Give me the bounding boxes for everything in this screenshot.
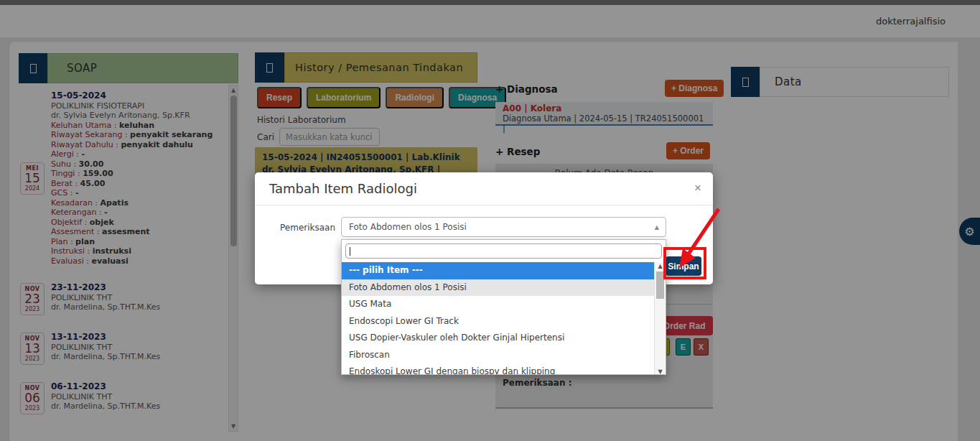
dropdown-option[interactable]: Foto Abdomen olos 1 Posisi	[342, 279, 655, 297]
dropdown-scrollbar[interactable]: ▲ ▼	[654, 262, 666, 375]
app-screen: dokterrajalfisio SOAP MEI 15 2024 15-05-…	[0, 0, 980, 441]
simpan-button[interactable]: Simpan	[666, 256, 701, 276]
scrollbar-thumb[interactable]	[656, 271, 664, 299]
dropdown-option-list: --- pilih Item --- Foto Abdomen olos 1 P…	[342, 262, 666, 375]
dropdown-option[interactable]: USG Dopier-Vaskuler oleh Dokter Ginjal H…	[342, 330, 655, 347]
dropdown-option[interactable]: USG Mata	[342, 296, 655, 313]
pemeriksaan-select[interactable]: Foto Abdomen olos 1 Posisi ▲	[341, 217, 666, 237]
scroll-up-icon[interactable]: ▲	[655, 263, 666, 269]
dropdown-option[interactable]: --- pilih Item ---	[342, 262, 655, 279]
modal-title: Tambah Item Radiologi	[269, 181, 417, 196]
dropdown-option[interactable]: Endoscopi Lower GI Track	[342, 313, 655, 330]
pemeriksaan-dropdown: --- pilih Item --- Foto Abdomen olos 1 P…	[341, 239, 666, 375]
text-caret	[350, 247, 350, 256]
dropdown-search-input[interactable]	[345, 243, 662, 259]
selected-option-text: Foto Abdomen olos 1 Posisi	[349, 222, 467, 232]
modal-header: Tambah Item Radiologi ×	[255, 172, 713, 205]
scroll-down-icon[interactable]: ▼	[655, 368, 666, 375]
select-caret-icon: ▲	[655, 224, 659, 231]
close-icon[interactable]: ×	[694, 181, 701, 195]
dropdown-option[interactable]: Fibroscan	[342, 347, 655, 364]
dropdown-option[interactable]: Endoskopi Lower GI dengan biospy dan kli…	[342, 363, 655, 375]
pemeriksaan-label: Pemeriksaan	[280, 223, 335, 233]
